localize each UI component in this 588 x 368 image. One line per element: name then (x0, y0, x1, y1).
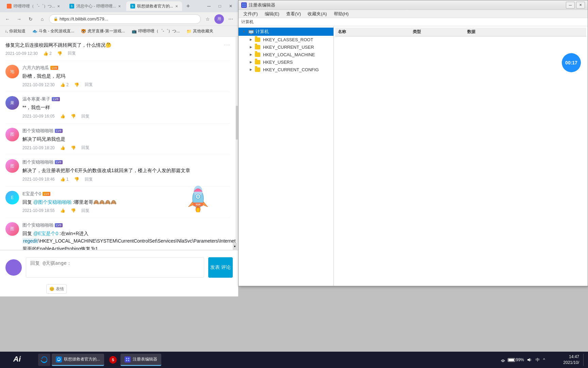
scroll-down-btn[interactable]: ▼ (233, 243, 237, 250)
more-btn[interactable]: ⋯ (226, 14, 235, 24)
tab-close-btn-3[interactable]: ✕ (175, 4, 178, 8)
bookmark-douyu[interactable]: 🐟 斗鱼 - 全民游戏直... (30, 28, 77, 35)
svg-text:TOP: TOP (196, 203, 201, 206)
profile-btn[interactable]: 用 (214, 14, 224, 24)
forward-btn[interactable]: → (14, 14, 24, 24)
minimize-btn[interactable]: ─ (204, 1, 214, 11)
reply-btn[interactable]: 回复 (81, 145, 89, 151)
regedit-menubar: 文件(F) 编辑(E) 查看(V) 收藏夹(A) 帮助(H) (239, 10, 588, 18)
dislike-btn[interactable]: 👎 (71, 145, 76, 150)
tree-item-classes-root[interactable]: ▶ HKEY_CLASSES_ROOT (239, 36, 333, 43)
tab-close-btn-2[interactable]: ✕ (118, 4, 121, 8)
dislike-btn[interactable]: 👎 (71, 208, 76, 213)
menu-edit[interactable]: 编辑(E) (261, 10, 283, 18)
reply-btn[interactable]: 回复 (81, 113, 89, 119)
emoji-row: 😊 表情 (0, 284, 238, 296)
bookmark-huya[interactable]: 🐯 虎牙直播-第一游戏... (79, 28, 127, 35)
scrollbar[interactable]: ▼ (235, 37, 238, 250)
dislike-btn[interactable]: 👎 (74, 82, 79, 87)
scrollbar-thumb[interactable] (236, 106, 238, 140)
expand-icon: ▶ (248, 59, 254, 65)
user-avatar (5, 259, 22, 276)
like-btn[interactable]: 👍 (60, 145, 65, 150)
svg-rect-19 (128, 360, 129, 361)
like-btn[interactable]: 👍 (60, 208, 65, 213)
star-btn[interactable]: ☆ (203, 14, 212, 24)
like-btn[interactable]: 👍 2 (43, 51, 52, 56)
reply-btn[interactable]: 回复 (81, 208, 89, 214)
more-options-btn[interactable]: ⋯ (224, 41, 230, 56)
svg-rect-14 (250, 33, 252, 34)
emoji-btn[interactable]: 😊 表情 (46, 284, 67, 294)
dislike-btn[interactable]: 👎 (74, 177, 79, 182)
new-tab-btn[interactable]: + (183, 1, 193, 11)
tree-item-computer[interactable]: ▼ 计算机 (239, 28, 333, 36)
menu-file[interactable]: 文件(F) (240, 10, 261, 18)
level-badge: LV8 (55, 160, 63, 164)
regedit-close-btn[interactable]: ✕ (576, 2, 585, 9)
level-badge: LV8 (52, 97, 60, 101)
show-desktop-btn[interactable] (583, 354, 585, 366)
back-btn[interactable]: ← (3, 14, 12, 24)
submit-comment-btn[interactable]: 发表 评论 (208, 257, 233, 278)
tree-item-current-config[interactable]: ▶ HKEY_CURRENT_CONFIG (239, 66, 333, 73)
taskbar-item-browser[interactable]: 联想拯救者官方的... (52, 354, 104, 366)
menu-favorites[interactable]: 收藏夹(A) (304, 10, 330, 18)
reply-btn[interactable]: 回复 (85, 82, 93, 88)
tab-close-btn[interactable]: ✕ (57, 4, 60, 8)
time-display: 14:47 (552, 354, 579, 360)
system-tray-expand[interactable]: ^ (543, 357, 549, 362)
regedit-tree-pane: ▼ 计算机 ▶ HKEY_CLASSES_ROOT ▶ HKEY_CUR (239, 26, 334, 286)
avatar: 图 (5, 222, 19, 236)
tree-item-local-machine[interactable]: ▶ HKEY_LOCAL_MACHINE (239, 51, 333, 58)
expand-icon: ▶ (248, 52, 254, 57)
tray-icons: 99% 中 ^ (500, 357, 549, 363)
svg-rect-11 (244, 5, 246, 7)
reload-btn[interactable]: ↻ (26, 14, 35, 24)
bookmark-arrow[interactable]: ↓, 你就知道 (3, 28, 28, 35)
menu-help[interactable]: 帮助(H) (330, 10, 352, 18)
svg-rect-18 (126, 360, 127, 361)
clock-area[interactable]: 14:47 2021/10/ (552, 354, 579, 366)
expand-icon: ▼ (241, 29, 247, 34)
comments-area[interactable]: 修复完之后连接校园网不跳转网页了，什么情况🤔 2021-10-09 12:30 … (0, 37, 235, 250)
home-btn[interactable]: ⌂ (37, 14, 47, 24)
avatar: 地 (5, 65, 19, 78)
tab-lenovo[interactable]: b 联想拯救者官方的... ✕ (126, 1, 182, 11)
sound-icon[interactable] (526, 357, 532, 363)
taskbar-item-regedit[interactable]: 注册表编辑器 (120, 354, 161, 366)
tab-bilibili-home[interactable]: 哔哩哔哩（゜-゜）つ... ✕ (3, 1, 64, 11)
comment-input[interactable] (26, 257, 204, 278)
taskbar-edge-icon[interactable] (38, 354, 50, 366)
bookmark-others[interactable]: 📁 其他收藏夹 (184, 28, 215, 35)
close-btn[interactable]: ✕ (226, 1, 235, 11)
avatar: E (5, 191, 19, 204)
maximize-btn[interactable]: □ (215, 1, 225, 11)
dislike-btn[interactable]: 👎 (71, 114, 76, 119)
taskbar-sogou-icon[interactable]: S (107, 354, 119, 366)
bookmark-bilibili[interactable]: 📺 哔哩哔哩（゜-゜）つ... (130, 28, 182, 35)
regedit-minimize-btn[interactable]: ─ (566, 2, 575, 9)
ime-indicator[interactable]: 中 (534, 357, 541, 363)
network-icon[interactable] (500, 357, 506, 363)
browser-content: 修复完之后连接校园网不跳转网页了，什么情况🤔 2021-10-09 12:30 … (0, 37, 238, 250)
browser-tabbar: 哔哩哔哩（゜-゜）つ... ✕ b 消息中心 - 哔哩哔哩... ✕ b 联想拯… (0, 0, 238, 12)
browser-window: 哔哩哔哩（゜-゜）つ... ✕ b 消息中心 - 哔哩哔哩... ✕ b 联想拯… (0, 0, 238, 296)
comment-input-area: 发表 评论 (0, 250, 238, 284)
like-count[interactable]: 👍 2 (60, 82, 69, 87)
svg-rect-9 (244, 3, 246, 5)
menu-view[interactable]: 查看(V) (283, 10, 304, 18)
tree-item-users[interactable]: ▶ HKEY_USERS (239, 58, 333, 66)
address-bar[interactable]: 🔒 https://t.bilibili.com/579... (49, 14, 201, 24)
taskbar: Ai 联想拯救者官方的... S (0, 352, 588, 368)
reply-btn[interactable]: 回复 (85, 177, 93, 182)
tree-item-current-user[interactable]: ▶ HKEY_CURRENT_USER (239, 43, 333, 51)
regedit-values-pane: 名称 类型 数据 (334, 26, 588, 286)
tab-messages[interactable]: b 消息中心 - 哔哩哔哩... ✕ (65, 1, 125, 11)
reply-btn[interactable]: 回复 (68, 50, 76, 56)
like-btn[interactable]: 👍 (60, 114, 65, 119)
dislike-btn[interactable]: 👎 (57, 51, 62, 56)
regedit-path-bar: 计算机 (239, 18, 588, 26)
like-count[interactable]: 👍 1 (60, 177, 69, 182)
regedit-content: ▼ 计算机 ▶ HKEY_CLASSES_ROOT ▶ HKEY_CUR (239, 26, 588, 286)
